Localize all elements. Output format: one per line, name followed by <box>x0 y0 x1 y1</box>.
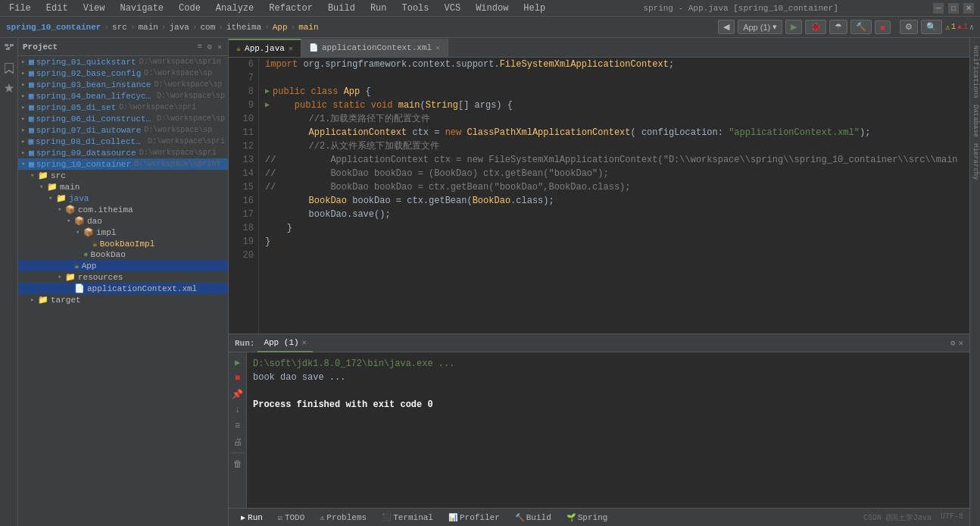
tree-item-applicationContext[interactable]: ▸ 📄 applicationContext.xml <box>18 283 228 294</box>
expand-arrow[interactable]: ▾ <box>67 217 74 225</box>
expand-arrow[interactable]: ▾ <box>39 183 47 191</box>
tree-item-spring04[interactable]: ▸ ▦ spring_04_bean_lifecycle D:\workspac… <box>18 90 228 102</box>
tab-app-java[interactable]: ☕ App.java ✕ <box>229 39 301 57</box>
tab-close-button[interactable]: ✕ <box>435 43 440 52</box>
window-controls[interactable]: ─ □ ✕ <box>933 3 974 14</box>
search-button[interactable]: 🔍 <box>921 20 942 34</box>
breadcrumb[interactable]: spring_10_container › src › main › java … <box>6 23 319 32</box>
tree-item-java[interactable]: ▾ 📁 java <box>18 193 228 204</box>
tab-build[interactable]: 🔨 Build <box>509 512 557 524</box>
close-button[interactable]: ✕ <box>963 3 974 14</box>
tree-item-resources[interactable]: ▾ 📁 resources <box>18 271 228 283</box>
tree-item-impl[interactable]: ▾ 📦 impl <box>18 227 228 238</box>
menu-window[interactable]: Window <box>473 3 511 14</box>
run-panel-controls[interactable]: ⚙ ✕ <box>950 338 963 348</box>
run-gutter-icon[interactable]: ▶ <box>265 99 270 112</box>
run-app-tab[interactable]: App (1) ✕ <box>257 334 312 352</box>
expand-arrow[interactable]: ▾ <box>76 228 83 236</box>
scroll-to-end-button[interactable]: ↓ <box>231 403 245 417</box>
settings-button[interactable]: ⚙ <box>900 20 918 34</box>
menu-navigate[interactable]: Navigate <box>117 3 167 14</box>
expand-arrow[interactable]: ▾ <box>48 194 56 202</box>
pin-tab-button[interactable]: 📌 <box>231 387 245 401</box>
expand-arrow[interactable]: ▸ <box>21 137 28 146</box>
menu-tools[interactable]: Tools <box>399 3 432 14</box>
tree-item-spring06[interactable]: ▸ ▦ spring_06_di_constructor D:\workspac… <box>18 113 228 124</box>
tab-spring[interactable]: 🌱 Spring <box>560 512 614 524</box>
tree-item-spring09[interactable]: ▸ ▦ spring_09_datasource D:\workspace\sp… <box>18 147 228 158</box>
back-button[interactable]: ◀ <box>718 20 735 34</box>
tree-item-dao[interactable]: ▾ 📦 dao <box>18 215 228 227</box>
debug-button[interactable]: 🐞 <box>805 20 826 34</box>
breadcrumb-app[interactable]: App <box>273 23 288 32</box>
tree-item-spring01[interactable]: ▸ ▦ spring_01_quickstart D:\workspace\sp… <box>18 56 228 67</box>
menu-help[interactable]: Help <box>520 3 548 14</box>
expand-arrow[interactable]: ▾ <box>58 273 65 281</box>
tree-item-spring02[interactable]: ▸ ▦ spring_02_base_config D:\workspace\s… <box>18 67 228 79</box>
stop-button[interactable]: ■ <box>875 20 891 34</box>
filter-button[interactable]: ≡ <box>231 419 245 433</box>
menu-file[interactable]: File <box>6 3 34 14</box>
build-button[interactable]: 🔨 <box>850 20 872 34</box>
panel-header-icons[interactable]: ≡ ⚙ ✕ <box>196 41 223 53</box>
code-editor[interactable]: 6 7 8 9 10 11 12 13 14 15 16 17 18 19 20 <box>229 58 969 333</box>
close-run-panel-icon[interactable]: ✕ <box>958 338 963 348</box>
tab-applicationcontext-xml[interactable]: 📄 applicationContext.xml ✕ <box>301 39 448 57</box>
breadcrumb-itheima[interactable]: itheima <box>226 23 261 32</box>
hierarchy-sidebar-label[interactable]: Hierarchy <box>970 142 981 182</box>
breadcrumb-com[interactable]: com <box>200 23 215 32</box>
menu-analyze[interactable]: Analyze <box>213 3 257 14</box>
minimize-button[interactable]: ─ <box>933 3 944 14</box>
run-button[interactable]: ▶ <box>785 20 802 34</box>
breadcrumb-src[interactable]: src <box>112 23 127 32</box>
expand-arrow[interactable]: ▾ <box>58 205 65 214</box>
expand-arrow[interactable]: ▾ <box>30 171 38 180</box>
print-button[interactable]: 🖨 <box>231 435 245 449</box>
stop-run-button[interactable]: ■ <box>231 371 245 385</box>
clear-button[interactable]: 🗑 <box>231 457 245 471</box>
breadcrumb-java[interactable]: java <box>169 23 189 32</box>
menu-vcs[interactable]: VCS <box>442 3 464 14</box>
notifications-sidebar-label[interactable]: Notifications <box>970 44 981 100</box>
tab-run[interactable]: ▶ Run <box>235 512 269 524</box>
breadcrumb-main-method[interactable]: main <box>298 23 318 32</box>
tree-item-main[interactable]: ▾ 📁 main <box>18 181 228 193</box>
close-panel-icon[interactable]: ✕ <box>216 41 223 53</box>
tree-item-spring05[interactable]: ▸ ▦ spring_05_di_set D:\workspace\spri <box>18 102 228 113</box>
expand-arrow[interactable]: ▸ <box>21 58 29 66</box>
menu-view[interactable]: View <box>80 3 108 14</box>
settings-panel-icon[interactable]: ⚙ <box>206 41 214 53</box>
tree-item-src[interactable]: ▾ 📁 src <box>18 170 228 181</box>
menu-build[interactable]: Build <box>325 3 358 14</box>
menu-bar[interactable]: File Edit View Navigate Code Analyze Ref… <box>6 3 548 14</box>
expand-arrow[interactable]: ▸ <box>21 126 29 134</box>
tree-item-target[interactable]: ▸ 📁 target <box>18 294 228 305</box>
tree-item-BookDaoImpl[interactable]: ▸ ☕ BookDaoImpl <box>18 238 228 249</box>
tree-item-spring03[interactable]: ▸ ▦ spring_03_bean_instance D:\workspace… <box>18 79 228 90</box>
tree-item-spring10[interactable]: ▾ ▦ spring_10_container D:\workspace\spr… <box>18 158 228 170</box>
tree-item-BookDao[interactable]: ▸ ● BookDao <box>18 249 228 260</box>
breadcrumb-main[interactable]: main <box>138 23 158 32</box>
tab-terminal[interactable]: ⬛ Terminal <box>376 512 439 524</box>
rerun-button[interactable]: ▶ <box>231 355 245 369</box>
expand-arrow[interactable]: ▸ <box>21 92 29 100</box>
nav-controls[interactable]: ◀ App (1) ▾ ▶ 🐞 ☂ 🔨 ■ ⚙ 🔍 ⚠ 1 ▲ 1 ∧ <box>718 20 974 34</box>
tree-item-spring07[interactable]: ▸ ▦ spring_07_di_autoware D:\workspace\s… <box>18 124 228 136</box>
settings-run-icon[interactable]: ⚙ <box>950 338 956 348</box>
tab-close-button[interactable]: ✕ <box>289 44 293 53</box>
tree-item-com-itheima[interactable]: ▾ 📦 com.itheima <box>18 204 228 215</box>
menu-edit[interactable]: Edit <box>43 3 71 14</box>
expand-arrow[interactable]: ▸ <box>21 80 29 89</box>
maximize-button[interactable]: □ <box>948 3 959 14</box>
menu-refactor[interactable]: Refactor <box>266 3 316 14</box>
menu-code[interactable]: Code <box>176 3 204 14</box>
bookmarks-icon[interactable] <box>2 61 17 76</box>
database-sidebar-label[interactable]: Database <box>970 103 981 139</box>
tab-problems[interactable]: ⚠ Problems <box>314 512 373 524</box>
tree-item-spring08[interactable]: ▸ ▦ spring_08_di_collection D:\workspace… <box>18 136 228 147</box>
expand-arrow[interactable]: ▸ <box>21 103 29 111</box>
tab-profiler[interactable]: 📊 Profiler <box>442 512 506 524</box>
run-gutter-icon[interactable]: ▶ <box>265 85 270 99</box>
collapse-all-icon[interactable]: ≡ <box>196 41 204 53</box>
expand-arrow[interactable]: ▸ <box>21 149 29 157</box>
